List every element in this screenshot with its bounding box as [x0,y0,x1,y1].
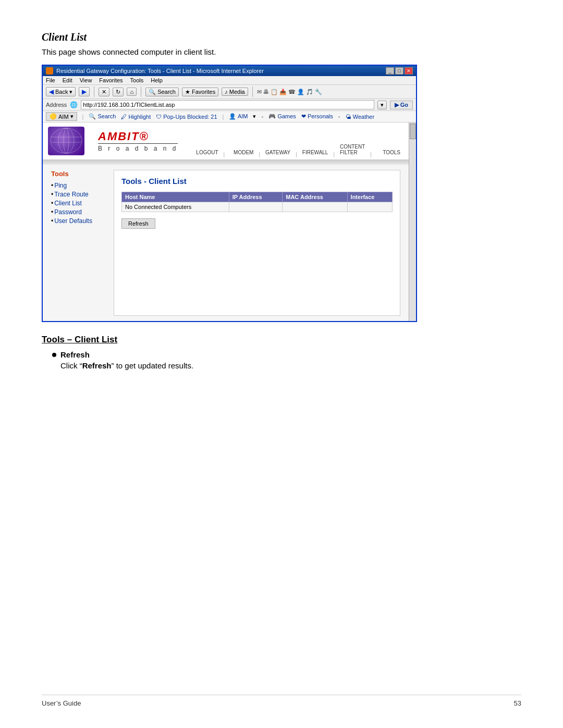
nav-logout[interactable]: LOGOUT [190,147,222,157]
browser-window: Residential Gateway Configuration: Tools… [42,65,417,322]
search-toolbar-button[interactable]: 🔍 Search [145,88,179,96]
footer-left: User’s Guide [42,699,81,707]
ping-link[interactable]: Ping [54,182,67,189]
aim-icon: 🟡 [50,113,57,120]
dropdown-button[interactable]: ▾ [377,101,387,109]
minimize-button[interactable]: _ [386,67,394,75]
col-hostname: Host Name [122,192,229,202]
browser-content: AMBIT® B r o a d b a n d LOGOUT | MODEM … [43,122,416,321]
ambit-broadband: B r o a d b a n d [98,143,178,152]
nav-firewall[interactable]: FIREWALL [298,147,333,157]
sidebar-item-ping[interactable]: Ping [51,182,114,189]
ambit-header: AMBIT® B r o a d b a n d LOGOUT | MODEM … [43,122,409,161]
sidebar: Tools Ping Trace Route Client List Passw… [51,170,114,316]
links-popups[interactable]: 🛡 Pop-Ups Blocked: 21 [156,114,217,120]
aim-button[interactable]: 🟡 AIM ▾ [46,112,77,121]
client-list-link[interactable]: Client List [54,200,82,207]
svg-point-1 [58,128,74,153]
aim-label: AIM [58,114,69,120]
forward-button[interactable]: ▶ [79,87,90,96]
browser-title-text: Residential Gateway Configuration: Tools… [56,68,264,74]
go-arrow-icon: ▶ [395,102,399,108]
nav-gateway[interactable]: GATEWAY [261,147,295,157]
browser-menubar: File Edit View Favorites Tools Help [43,76,416,85]
scrollbar[interactable] [409,122,416,321]
back-arrow-icon: ◀ [49,88,54,95]
user-defaults-link[interactable]: User Defaults [54,217,92,225]
toolbar-sep-2 [141,87,141,97]
footer-right: 53 [514,699,521,707]
empty-mac [283,202,347,212]
refresh-button[interactable]: Refresh [121,218,155,229]
media-button[interactable]: ♪ Media [222,88,248,96]
home-button[interactable]: ⌂ [127,88,137,96]
menu-file[interactable]: File [46,77,55,83]
search-label: Search [157,89,176,95]
sidebar-item-client-list[interactable]: Client List [51,200,114,207]
links-sep4: • [338,114,340,120]
links-highlight[interactable]: 🖊 Highlight [121,114,151,120]
page-subtitle: This page shows connected computer in cl… [42,47,521,56]
client-table: Host Name IP Address MAC Address Interfa… [121,192,393,212]
stop-icon: ✕ [102,89,106,95]
back-dropdown-icon: ▾ [69,89,72,95]
scrollbar-thumb[interactable] [410,124,416,139]
globe-image [48,127,84,155]
address-label: Address [46,102,67,108]
browser-titlebar: Residential Gateway Configuration: Tools… [43,66,416,76]
menu-edit[interactable]: Edit [63,77,72,83]
links-search[interactable]: 🔍 Search [89,113,116,120]
media-icon: ♪ [225,89,228,95]
col-mac: MAC Address [283,192,347,202]
nav-content-filter[interactable]: CONTENT FILTER [336,142,369,157]
links-sep2: | [223,114,224,120]
empty-row: No Connected Computers [122,202,393,212]
toolbar-sep-3 [252,87,253,97]
svg-point-2 [64,128,69,153]
ambit-name: AMBIT® [98,130,178,143]
stop-button[interactable]: ✕ [99,88,109,96]
maximize-button[interactable]: □ [395,67,403,75]
back-button[interactable]: ◀ Back ▾ [46,87,76,96]
aim-dropdown-icon: ▾ [70,113,74,120]
ambit-brand: AMBIT® B r o a d b a n d [90,122,186,159]
browser-linksbar: 🟡 AIM ▾ | 🔍 Search 🖊 Highlight 🛡 Pop-Ups… [43,111,416,122]
links-personals[interactable]: ❤ Personals [301,113,333,120]
menu-tools[interactable]: Tools [130,77,144,83]
go-label: Go [400,102,408,108]
menu-view[interactable]: View [80,77,92,83]
sidebar-title: Tools [51,170,114,178]
back-label: Back [55,89,68,95]
trace-route-link[interactable]: Trace Route [54,191,89,198]
bullet-section: Refresh Click “Refresh” to get updated r… [52,350,521,370]
empty-ip [229,202,283,212]
page-footer: User’s Guide 53 [42,695,521,707]
links-games[interactable]: 🎮 Games [268,113,296,120]
menu-help[interactable]: Help [151,77,163,83]
go-button[interactable]: ▶ Go [390,101,413,109]
favorites-button[interactable]: ★ Favorites [182,88,218,96]
sidebar-item-user-defaults[interactable]: User Defaults [51,217,114,225]
page-title: Client List [42,31,521,43]
links-sep: | [82,114,84,120]
bullet-description: Click “Refresh” to get updated results. [60,361,521,370]
address-input[interactable] [81,100,374,109]
links-weather[interactable]: 🌤 Weather [346,114,374,120]
col-interface: Interface [347,192,392,202]
password-link[interactable]: Password [54,208,82,216]
nav-tools[interactable]: TOOLS [373,147,405,157]
links-aim[interactable]: 👤 AIM [229,113,248,120]
main-content: Tools Ping Trace Route Client List Passw… [43,165,409,321]
sidebar-item-trace-route[interactable]: Trace Route [51,191,114,198]
bullet-heading-text: Refresh [60,350,90,359]
close-button[interactable]: ✕ [405,67,413,75]
main-panel: Tools - Client List Host Name IP Address… [114,170,400,316]
favorites-label: Favorites [192,89,215,95]
refresh-toolbar-button[interactable]: ↻ [113,88,124,96]
menu-favorites[interactable]: Favorites [99,77,123,83]
sidebar-item-password[interactable]: Password [51,208,114,216]
links-sep3: • [261,114,263,120]
section-title: Tools – Client List [42,335,521,345]
nav-modem[interactable]: MODEM [226,147,258,157]
ambit-logo-area [43,122,90,159]
